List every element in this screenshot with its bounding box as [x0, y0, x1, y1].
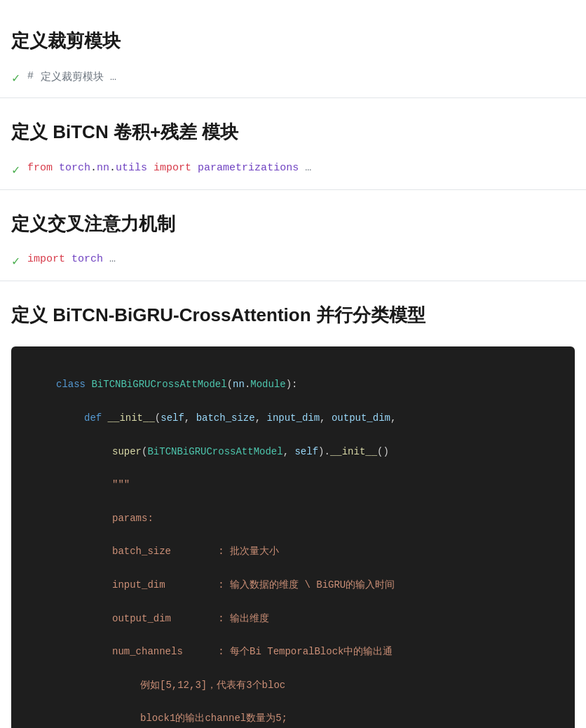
class-name: BiTCNBiGRUCrossAttModel: [91, 377, 226, 393]
func-init2: __init__: [330, 444, 377, 461]
indent-9b: [56, 644, 84, 661]
module-nn: nn: [97, 162, 109, 174]
indent-10a: [28, 678, 56, 694]
section-heading-bitcn: 定义 BiTCN 卷积+残差 模块: [0, 105, 586, 156]
indent-7b: [56, 577, 84, 594]
code-line-7: input_dim : 输入数据的维度 \ BiGRU的输入时间: [28, 577, 558, 594]
code-line-6: batch_size : 批次量大小: [28, 544, 558, 560]
param-input: input_dim: [266, 410, 320, 427]
indent-10d: [112, 678, 140, 694]
keyword-import: import: [147, 162, 198, 174]
indent-11d: [112, 710, 140, 727]
param-output: output_dim: [332, 410, 390, 427]
docstring-input: input_dim : 输入数据的维度 \ BiGRU的输入时间: [112, 577, 395, 594]
code-block-container: class BiTCNBiGRUCrossAttModel(nn.Module)…: [11, 346, 575, 728]
module-torch: torch: [59, 162, 90, 174]
comma-4: ,: [390, 410, 396, 427]
section-crop: 定义裁剪模块 ✓ # 定义裁剪模块 …: [0, 14, 586, 90]
paren-4: (: [142, 444, 147, 461]
code-cell-attention: ✓ import torch …: [0, 248, 586, 274]
indent-2b: [56, 410, 84, 427]
docstring-open: """: [112, 477, 130, 494]
code-line-4: """: [28, 477, 558, 494]
code-line-5: params:: [28, 511, 558, 527]
dot-2: .: [109, 162, 116, 174]
indent-10b: [56, 678, 84, 694]
indent-8b: [56, 611, 84, 628]
code-text-bitcn: from torch.nn.utils import parametrizati…: [27, 162, 311, 174]
code-line-2: def __init__(self, batch_size, input_dim…: [28, 410, 558, 427]
code-line-9: num_channels : 每个Bi TemporalBlock中的输出通: [28, 644, 558, 661]
func-super: super: [112, 444, 142, 461]
code-line-11: block1的输出channel数量为5;: [28, 710, 558, 727]
code-line-10: 例如[5,12,3]，代表有3个bloc: [28, 678, 558, 694]
hash-symbol: #: [27, 70, 34, 82]
indent-6c: [84, 544, 112, 560]
kw-def: def: [84, 410, 108, 427]
indent-1a: [28, 377, 56, 393]
section-bitcn: 定义 BiTCN 卷积+残差 模块 ✓ from torch.nn.utils …: [0, 105, 586, 182]
indent-7a: [28, 577, 56, 594]
indent-11a: [28, 710, 56, 727]
mod-module: Module: [250, 377, 285, 393]
indent-11b: [56, 710, 84, 727]
indent-5a: [28, 511, 56, 527]
section-model: 定义 BiTCN-BiGRU-CrossAttention 并行分类模型 cla…: [0, 288, 586, 728]
check-icon-bitcn: ✓: [11, 163, 20, 177]
indent-3a: [28, 444, 56, 461]
docstring-params: params:: [112, 511, 154, 527]
indent-7c: [84, 577, 112, 594]
super-class: BiTCNBiGRUCrossAttModel: [147, 444, 282, 461]
code-line-3: super(BiTCNBiGRUCrossAttModel, self).__i…: [28, 444, 558, 461]
indent-8c: [84, 611, 112, 628]
dot-nn: .: [245, 377, 250, 393]
indent-9c: [84, 644, 112, 661]
indent-8a: [28, 611, 56, 628]
section-heading-attention: 定义交叉注意力机制: [0, 197, 586, 248]
docstring-output: output_dim : 输出维度: [112, 611, 269, 628]
dot-1: .: [90, 162, 97, 174]
code-block: class BiTCNBiGRUCrossAttModel(nn.Module)…: [28, 360, 558, 728]
paren-1: (: [227, 377, 233, 393]
module-parametrizations: parametrizations: [198, 162, 299, 174]
docstring-block1: block1的输出channel数量为5;: [140, 710, 287, 727]
ellipsis-2: …: [103, 253, 116, 265]
section-heading-crop: 定义裁剪模块: [0, 14, 586, 65]
paren-5: (): [377, 444, 389, 461]
comma-2: ,: [255, 410, 267, 427]
page-container: 定义裁剪模块 ✓ # 定义裁剪模块 … 定义 BiTCN 卷积+残差 模块 ✓ …: [0, 0, 586, 728]
indent-6b: [56, 544, 84, 560]
ellipsis-1: …: [299, 162, 311, 174]
indent-4c: [84, 477, 112, 494]
check-icon-crop: ✓: [11, 72, 20, 85]
code-line-8: output_dim : 输出维度: [28, 611, 558, 628]
docstring-example: 例如[5,12,3]，代表有3个bloc: [140, 678, 285, 694]
paren-3: (: [155, 410, 161, 427]
code-cell-crop: ✓ # 定义裁剪模块 …: [0, 65, 586, 90]
indent-5b: [56, 511, 84, 527]
divider-3: [0, 281, 586, 281]
comma-1: ,: [184, 410, 196, 427]
code-text-attention: import torch …: [27, 253, 116, 265]
indent-2a: [28, 410, 56, 427]
indent-5c: [84, 511, 112, 527]
func-init: __init__: [108, 410, 155, 427]
indent-3c: [84, 444, 112, 461]
param-batch: batch_size: [196, 410, 255, 427]
indent-4a: [28, 477, 56, 494]
indent-6a: [28, 544, 56, 560]
docstring-batch: batch_size : 批次量大小: [112, 544, 279, 560]
section-heading-model: 定义 BiTCN-BiGRU-CrossAttention 并行分类模型: [0, 288, 586, 339]
divider-2: [0, 189, 586, 190]
code-line-1: class BiTCNBiGRUCrossAttModel(nn.Module)…: [28, 377, 558, 393]
indent-11c: [84, 710, 112, 727]
comma-5: ,: [283, 444, 295, 461]
module-utils: utils: [116, 162, 147, 174]
divider-1: [0, 97, 586, 98]
param-self2: self: [294, 444, 318, 461]
keyword-from: from: [27, 162, 59, 174]
indent-9a: [28, 644, 56, 661]
kw-class: class: [56, 377, 91, 393]
code-cell-bitcn: ✓ from torch.nn.utils import parametriza…: [0, 156, 586, 182]
indent-4b: [56, 477, 84, 494]
